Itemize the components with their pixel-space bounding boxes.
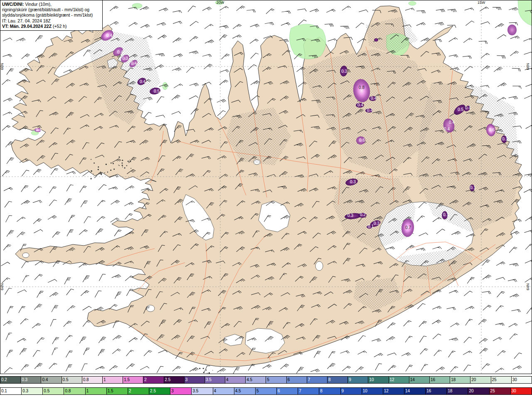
colorbar-cell: 6 — [277, 387, 298, 395]
colorbar-cell: 25 — [490, 387, 511, 395]
precip-value-label: 0.3 — [374, 221, 379, 226]
colorbar-rain: 0.10.30.50.811.522.533.544.5567891012141… — [0, 387, 532, 395]
title-line-vt: VT: Mán. 29.04.2024 22Z (+52 h) — [2, 24, 101, 29]
colorbar-cell: 30 — [511, 387, 532, 395]
colorbar-cell: 2 — [143, 376, 164, 384]
precip-value-label: 0.4 — [444, 127, 450, 131]
precip-value-label: 0.4 — [140, 79, 145, 84]
precip-value-label: 0.1 — [502, 137, 508, 141]
colorbar-cell: 12 — [383, 387, 404, 395]
title-line-snow: slydda/snjókoma (grátt/bleikt/grænt - mm… — [2, 12, 101, 18]
colorbar-cell: 6 — [287, 376, 307, 384]
precip-value-label: 0.6 — [359, 138, 365, 143]
precip-value-label: 0.3 — [122, 56, 128, 61]
precip-value-label: 0.4 — [465, 106, 471, 110]
precip-value-label: 0.2 — [360, 212, 366, 217]
precip-value-label: 0.4 — [106, 33, 112, 38]
colorbar-cell: 25 — [491, 376, 512, 384]
snaefellsjokull-glacier — [22, 253, 29, 258]
legend-colorbars: 0.20.30.40.50.811.522.533.544.5567891012… — [0, 375, 532, 395]
colorbar-cell: 0.5 — [43, 387, 64, 395]
precip-value-label: 0.3 — [350, 180, 356, 184]
colorbar-cell: 4.5 — [234, 387, 256, 395]
colorbar-cell: 14 — [409, 376, 430, 384]
precip-value-label: 0.7 — [405, 225, 411, 230]
colorbar-cell: 10 — [362, 387, 383, 395]
colorbar-cell: 2.5 — [164, 376, 185, 384]
map-title-box: UWC/DINI: Vindur (10m), rigning/skúrir (… — [0, 0, 103, 31]
colorbar-cell: 18 — [447, 387, 468, 395]
colorbar-cell: 1 — [103, 376, 123, 384]
colorbar-cell: 10 — [368, 376, 389, 384]
precip-blob — [507, 25, 517, 35]
it-label: IT: — [2, 18, 7, 23]
precip-value-label: 0.4 — [371, 96, 377, 101]
precip-value-label: 0.1 — [368, 224, 374, 229]
colorbar-cell: 1 — [86, 387, 107, 395]
vt-suffix: (+52 h) — [52, 24, 66, 29]
colorbar-cell: 0.3 — [22, 387, 43, 395]
colorbar-cell: 14 — [404, 387, 426, 395]
latitude-label: 64N — [0, 283, 4, 291]
iceland-weather-map: 0.40.40.30.40.40.50.40.30.80.40.40.40.60… — [0, 0, 532, 374]
colorbar-cell: 0.8 — [82, 376, 103, 384]
colorbar-cell: 0.3 — [21, 376, 41, 384]
colorbar-cell: 9 — [341, 387, 362, 395]
colorbar-cell: 5 — [256, 387, 277, 395]
precip-blob — [374, 38, 378, 42]
colorbar-cell: 1.5 — [123, 376, 143, 384]
colorbar-cell: 0.1 — [0, 387, 22, 395]
title-line-rain: rigning/skúrir (grænt/blátt/rautt - mm/1… — [2, 7, 101, 12]
colorbar-cell: 8 — [319, 387, 340, 395]
colorbar-cell: 8 — [328, 376, 348, 384]
product-rest: Vindur (10m), — [24, 2, 52, 7]
colorbar-cell: 4 — [225, 376, 246, 384]
latitude-label: 64N — [526, 283, 530, 291]
colorbar-cell: 16 — [430, 376, 450, 384]
colorbar-cell: 4.5 — [246, 376, 266, 384]
longitude-label: 20W — [217, 0, 224, 5]
it-value: Lau. 27. 04. 2024 18Z — [7, 18, 51, 23]
colorbar-cell: 0.4 — [41, 376, 62, 384]
product-code: UWC/DINI: — [2, 2, 24, 7]
title-line-it: IT: Lau. 27. 04. 2024 18Z — [2, 18, 101, 24]
precip-value-label: 0.4 — [131, 61, 137, 66]
colorbar-cell: 16 — [426, 387, 447, 395]
precip-value-label: 0.4 — [367, 108, 373, 113]
precip-value-label: 0.4 — [36, 128, 42, 132]
longitude-label: 15W — [478, 0, 485, 5]
precip-value-label: 0.4 — [117, 50, 123, 54]
precip-value-label: 0.6 — [489, 128, 495, 132]
precip-value-label: 0.5 — [154, 89, 160, 94]
colorbar-cell: 0.2 — [0, 376, 21, 384]
colorbar-cell: 20 — [470, 376, 491, 384]
precip-value-label: 0.1 — [443, 212, 449, 217]
vt-value: VT: Mán. 29.04.2024 22Z — [2, 24, 52, 29]
precip-value-label: 0.3 — [341, 69, 347, 74]
colorbar-cell: 7 — [298, 387, 319, 395]
precip-value-label: 0.4 — [449, 120, 455, 125]
precip-value-label: 0.8 — [359, 85, 365, 90]
colorbar-cell: 3 — [170, 387, 192, 395]
colorbar-sleet-snow: 0.20.30.40.50.811.522.533.544.5567891012… — [0, 376, 532, 384]
precip-value-label: 0.1 — [470, 185, 476, 190]
colorbar-cell: 9 — [348, 376, 368, 384]
colorbar-cell: 4 — [213, 387, 234, 395]
colorbar-cell: 3.5 — [205, 376, 225, 384]
title-line-product: UWC/DINI: Vindur (10m), — [2, 2, 101, 7]
colorbar-cell: 2.5 — [149, 387, 170, 395]
latitude-label: 66N — [526, 63, 530, 70]
colorbar-cell: 1.5 — [107, 387, 128, 395]
colorbar-cell: 12 — [389, 376, 409, 384]
colorbar-cell: 0.8 — [64, 387, 85, 395]
colorbar-cell: 30 — [512, 376, 532, 384]
colorbar-cell: 3 — [185, 376, 205, 384]
colorbar-cell: 0.5 — [62, 376, 82, 384]
colorbar-cell: 3.5 — [192, 387, 213, 395]
colorbar-cell: 7 — [307, 376, 328, 384]
colorbar-cell: 18 — [450, 376, 470, 384]
precip-value-label: 0.5 — [458, 107, 463, 112]
precip-value-label: 0.3 — [347, 213, 353, 218]
colorbar-cell: 2 — [128, 387, 149, 395]
colorbar-cell: 20 — [468, 387, 489, 395]
